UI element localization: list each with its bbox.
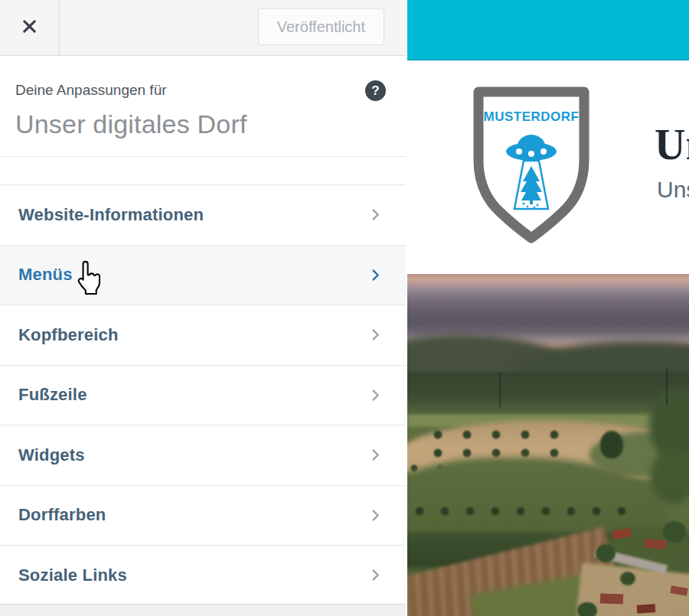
preview-masthead: MUSTERDORF Un Uns	[407, 60, 689, 274]
preview-site-tagline: Uns	[657, 177, 689, 203]
preview-header-bar	[407, 0, 689, 60]
sidebar-item-fusszeile[interactable]: Fußzeile	[0, 366, 406, 426]
sidebar-item-label: Website-Informationen	[18, 205, 204, 225]
publish-button[interactable]: Veröffentlicht	[258, 8, 384, 45]
sidebar-item-label: Soziale Links	[18, 565, 127, 585]
chevron-right-icon	[368, 328, 383, 342]
customizer-sidebar: Veröffentlicht Deine Anpassungen für ? U…	[0, 0, 406, 616]
chevron-right-icon	[368, 448, 383, 462]
hero-landscape-photo	[407, 274, 689, 616]
sidebar-item-label: Widgets	[18, 445, 85, 465]
chevron-right-icon	[368, 508, 383, 523]
chevron-right-icon	[368, 388, 383, 403]
sidebar-item-kopfbereich[interactable]: Kopfbereich	[0, 305, 406, 366]
menu-gap	[0, 157, 406, 184]
site-preview: MUSTERDORF Un Uns	[406, 0, 689, 616]
chevron-right-icon	[368, 568, 383, 582]
sidebar-item-label: Dorffarben	[18, 505, 106, 525]
logo-badge-text: MUSTERDORF	[484, 109, 580, 124]
help-icon-glyph: ?	[371, 83, 379, 99]
customizer-header: Deine Anpassungen für ? Unser digitales …	[0, 56, 406, 157]
sidebar-item-website-informationen[interactable]: Website-Informationen	[0, 185, 406, 246]
chevron-right-icon	[368, 268, 383, 282]
sidebar-item-menus[interactable]: Menüs	[0, 246, 406, 306]
musterdorf-shield-logo: MUSTERDORF	[473, 86, 589, 244]
publish-button-label: Veröffentlicht	[277, 18, 365, 36]
sidebar-item-dorffarben[interactable]: Dorffarben	[0, 486, 406, 546]
sidebar-item-label: Menüs	[18, 265, 73, 285]
customizer-topbar: Veröffentlicht	[0, 0, 406, 56]
sidebar-item-label: Fußzeile	[18, 385, 87, 405]
preview-site-title: Un	[655, 120, 689, 169]
customizer-subtitle: Deine Anpassungen für	[15, 82, 167, 99]
help-icon[interactable]: ?	[365, 80, 386, 101]
customizer-menu: Website-Informationen Menüs Kopfbereich …	[0, 184, 406, 606]
close-button[interactable]	[0, 0, 60, 55]
sidebar-item-soziale-links[interactable]: Soziale Links	[0, 546, 406, 606]
chevron-right-icon	[368, 207, 383, 222]
sidebar-footer	[0, 604, 406, 616]
sidebar-item-label: Kopfbereich	[18, 325, 119, 345]
photo-tint-overlay	[407, 274, 689, 616]
sidebar-item-widgets[interactable]: Widgets	[0, 425, 406, 486]
site-title-label: Unser digitales Dorf	[15, 109, 247, 139]
close-icon	[21, 18, 38, 38]
